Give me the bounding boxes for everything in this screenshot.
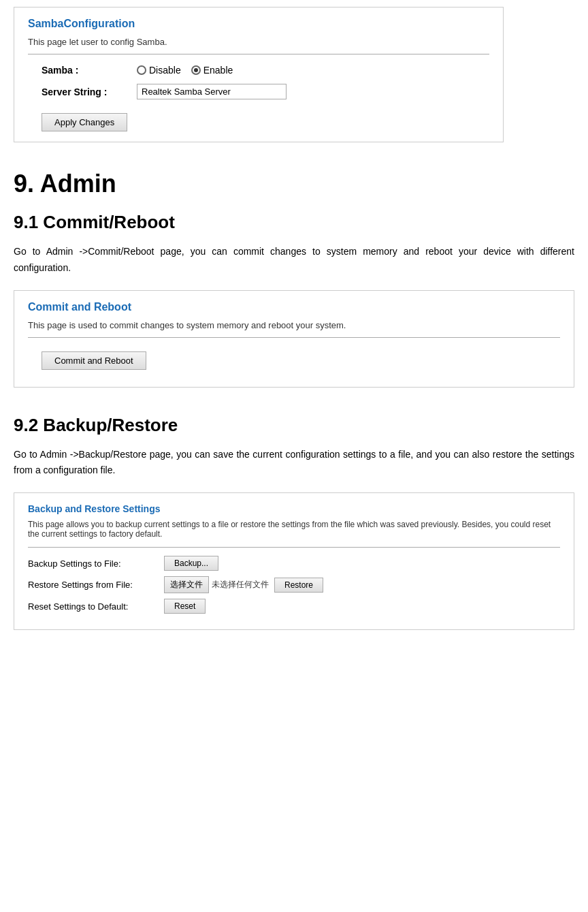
reset-settings-row: Reset Settings to Default: Reset	[28, 599, 560, 614]
backup-box-title: Backup and Restore Settings	[28, 503, 560, 514]
commit-reboot-para: Go to Admin ->Commit/Reboot page, you ca…	[14, 244, 574, 277]
backup-settings-row: Backup Settings to File: Backup...	[28, 556, 560, 571]
samba-toggle-row: Samba : Disable Enable	[42, 65, 489, 76]
backup-button[interactable]: Backup...	[164, 556, 218, 571]
reset-button[interactable]: Reset	[164, 599, 206, 614]
reset-settings-label: Reset Settings to Default:	[28, 601, 164, 612]
commit-box-desc: This page is used to commit changes to s…	[28, 320, 560, 330]
samba-config-desc: This page let user to config Samba.	[28, 37, 489, 47]
samba-config-title: SambaConfiguration	[28, 18, 489, 30]
commit-reboot-button[interactable]: Commit and Reboot	[42, 351, 146, 370]
enable-option[interactable]: Enable	[191, 65, 233, 76]
backup-restore-box: Backup and Restore Settings This page al…	[14, 492, 574, 630]
samba-divider	[28, 54, 489, 54]
commit-reboot-heading: 9.1 Commit/Reboot	[14, 212, 574, 233]
backup-settings-label: Backup Settings to File:	[28, 559, 164, 569]
disable-option[interactable]: Disable	[137, 65, 181, 76]
restore-button[interactable]: Restore	[274, 578, 323, 593]
commit-box-title: Commit and Reboot	[28, 301, 560, 313]
enable-radio[interactable]	[191, 65, 201, 75]
server-string-row: Server String :	[42, 84, 489, 99]
admin-heading: 9. Admin	[14, 170, 574, 198]
no-file-text: 未选择任何文件	[212, 579, 269, 591]
samba-config-box: SambaConfiguration This page let user to…	[14, 7, 504, 142]
disable-label: Disable	[149, 65, 181, 76]
commit-divider	[28, 337, 560, 338]
samba-label: Samba :	[42, 65, 137, 76]
commit-reboot-box: Commit and Reboot This page is used to c…	[14, 290, 574, 388]
disable-radio[interactable]	[137, 65, 146, 75]
enable-label: Enable	[203, 65, 233, 76]
backup-divider	[28, 547, 560, 548]
server-string-label: Server String :	[42, 87, 137, 97]
samba-radio-group: Disable Enable	[137, 65, 233, 76]
apply-changes-button[interactable]: Apply Changes	[42, 113, 127, 131]
choose-file-button[interactable]: 选择文件	[164, 576, 209, 593]
backup-restore-heading: 9.2 Backup/Restore	[14, 415, 574, 436]
restore-settings-row: Restore Settings from File: 选择文件 未选择任何文件…	[28, 576, 560, 593]
backup-restore-para: Go to Admin ->Backup/Restore page, you c…	[14, 447, 574, 479]
restore-settings-label: Restore Settings from File:	[28, 580, 164, 590]
backup-box-desc: This page allows you to backup current s…	[28, 520, 560, 539]
server-string-input[interactable]	[137, 84, 287, 99]
